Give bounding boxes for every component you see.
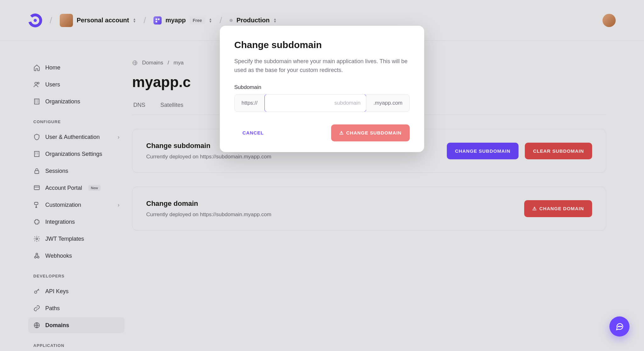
svg-point-19: [621, 326, 622, 327]
submit-change-subdomain-button[interactable]: ⚠Change Subdomain: [331, 124, 410, 141]
chat-icon: [615, 322, 624, 331]
subdomain-input-group: https:// .myapp.com: [234, 94, 410, 112]
modal-actions: Cancel ⚠Change Subdomain: [234, 124, 410, 141]
cancel-button[interactable]: Cancel: [234, 124, 272, 141]
button-label: Change Subdomain: [346, 130, 402, 135]
modal-body: Specify the subdomain where your main ap…: [234, 57, 410, 75]
input-suffix: .myapp.com: [366, 95, 409, 112]
subdomain-input[interactable]: [264, 94, 366, 112]
svg-point-18: [619, 326, 620, 327]
warning-icon: ⚠: [339, 130, 344, 135]
input-prefix: https://: [235, 95, 265, 112]
change-subdomain-modal: Change subdomain Specify the subdomain w…: [220, 26, 424, 152]
modal-title: Change subdomain: [234, 40, 410, 50]
subdomain-field-label: Subdomain: [234, 84, 410, 90]
svg-point-17: [618, 326, 619, 327]
help-chat-fab[interactable]: [609, 316, 630, 337]
